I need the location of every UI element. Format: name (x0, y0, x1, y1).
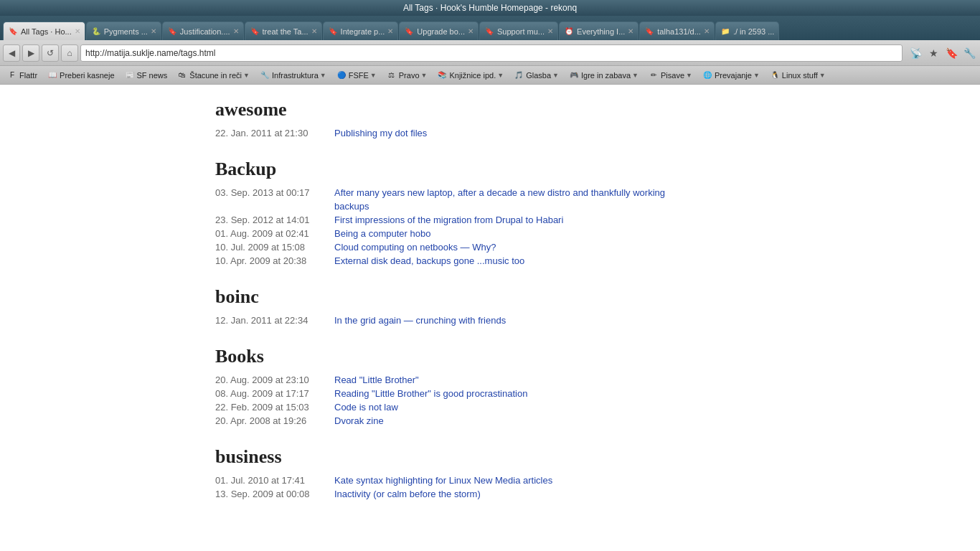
tab-close-tab2[interactable]: ✕ (151, 27, 156, 35)
tab-close-tab8[interactable]: ✕ (628, 27, 633, 35)
entry-link[interactable]: After many years new laptop, after a dec… (334, 187, 665, 198)
tab-label-tab10: ./ in 2593 ... (733, 27, 774, 36)
entry-link[interactable]: Inactivity (or calm before the storm) (334, 489, 481, 499)
tab-tab2[interactable]: 🐍Pygments ...✕ (86, 22, 161, 40)
tag-heading-2: boinc (215, 286, 951, 308)
bookmark-arrow-5: ▼ (370, 72, 377, 79)
tab-label-tab1: All Tags · Ho... (21, 27, 72, 36)
bookmark-favicon-3: 🛍 (177, 70, 187, 80)
bookmark-arrow-4: ▼ (320, 72, 326, 79)
entry-row: 01. Aug. 2009 at 02:41Being a computer h… (215, 228, 951, 239)
tab-tab3[interactable]: 🔖Justification....✕ (162, 22, 244, 40)
bookmark-12[interactable]: 🐧Linux stuff▼ (765, 69, 830, 82)
forward-button[interactable]: ▶ (22, 44, 39, 62)
tab-close-tab1[interactable]: ✕ (75, 27, 80, 35)
bookmark-label-1: Preberi kasneje (60, 71, 114, 80)
bookmark-6[interactable]: ⚖Pravo▼ (382, 69, 432, 82)
tab-favicon-tab2: 🐍 (91, 27, 101, 37)
entry-row: 10. Jul. 2009 at 15:08Cloud computing on… (215, 242, 951, 253)
tab-label-tab5: Integrate p... (341, 27, 385, 36)
tab-close-tab9[interactable]: ✕ (704, 27, 710, 35)
bookmark-0[interactable]: FFlattr (3, 69, 42, 82)
back-button[interactable]: ◀ (3, 44, 20, 62)
tab-favicon-tab7: 🔖 (484, 27, 494, 37)
bookmark-5[interactable]: 🔵FSFE▼ (332, 69, 381, 82)
entry-row: 20. Apr. 2008 at 19:26Dvorak zine (215, 415, 951, 426)
bookmark-favicon-10: ✏ (649, 70, 659, 80)
tab-close-tab5[interactable]: ✕ (387, 27, 393, 35)
bookmark-7[interactable]: 📚Knjižnice ipd.▼ (433, 69, 508, 82)
star-icon[interactable]: ★ (925, 45, 941, 61)
entry-link[interactable]: Cloud computing on netbooks — Why? (334, 242, 496, 253)
rss-icon[interactable]: 📡 (908, 45, 923, 61)
tab-tab1[interactable]: 🔖All Tags · Ho...✕ (3, 22, 85, 40)
tab-tab6[interactable]: 🔖Upgrade bo...✕ (399, 22, 479, 40)
entry-link[interactable]: Reading "Little Brother" is good procras… (334, 388, 527, 399)
bookmark-9[interactable]: 🎮Igre in zabava▼ (565, 69, 643, 82)
entry-link[interactable]: External disk dead, backups gone ...musi… (334, 255, 524, 266)
entry-link[interactable]: Kate syntax highlighting for Linux New M… (334, 475, 552, 486)
tab-tab8[interactable]: ⏰Everything I...✕ (559, 22, 639, 40)
bookmark-4[interactable]: 🔧Infrastruktura▼ (255, 69, 331, 82)
bookmark-favicon-2: 📰 (125, 70, 135, 80)
tab-close-tab6[interactable]: ✕ (468, 27, 473, 35)
bookmark-favicon-4: 🔧 (260, 70, 270, 80)
bookmark-label-6: Pravo (399, 71, 420, 80)
tab-favicon-tab10: 📁 (720, 27, 730, 37)
tab-favicon-tab1: 🔖 (8, 27, 18, 37)
entry-date: 10. Apr. 2009 at 20:38 (215, 255, 323, 266)
bookmark-11[interactable]: 🌐Prevajanje▼ (698, 69, 764, 82)
tab-tab5[interactable]: 🔖Integrate p...✕ (323, 22, 399, 40)
bookmark-favicon-5: 🔵 (336, 70, 347, 80)
tab-label-tab9: talha131/d... (657, 27, 701, 36)
tab-close-tab4[interactable]: ✕ (311, 27, 317, 35)
home-button[interactable]: ⌂ (61, 44, 78, 62)
entry-row: 22. Feb. 2009 at 15:03Code is not law (215, 402, 951, 413)
bookmark-3[interactable]: 🛍Štacune in reči▼ (173, 69, 254, 82)
tab-close-tab7[interactable]: ✕ (547, 27, 553, 35)
refresh-button[interactable]: ↺ (42, 44, 59, 62)
tag-heading-4: business (215, 446, 951, 468)
entry-continuation-link[interactable]: backups (334, 201, 369, 212)
tab-bar: 🔖All Tags · Ho...✕🐍Pygments ...✕🔖Justifi… (0, 16, 980, 40)
entry-date: 01. Aug. 2009 at 02:41 (215, 228, 323, 239)
nav-icons: 📡 ★ 🔖 🔧 (908, 45, 977, 61)
tab-favicon-tab3: 🔖 (167, 27, 177, 37)
tag-heading-3: Books (215, 346, 951, 367)
entry-date: 08. Aug. 2009 at 17:17 (215, 388, 323, 399)
tab-favicon-tab8: ⏰ (564, 27, 574, 37)
bookmark-label-3: Štacune in reči (189, 71, 242, 80)
bookmark-2[interactable]: 📰SF news (121, 69, 172, 82)
tab-tab10[interactable]: 📁./ in 2593 ... (715, 22, 779, 40)
nav-bar: ◀ ▶ ↺ ⌂ 📡 ★ 🔖 🔧 (0, 40, 980, 66)
bookmark-1[interactable]: 📖Preberi kasneje (43, 69, 118, 82)
bookmark-icon[interactable]: 🔖 (943, 45, 959, 61)
bookmark-arrow-3: ▼ (243, 72, 250, 79)
bookmark-favicon-7: 📚 (437, 70, 447, 80)
bookmark-10[interactable]: ✏Pisave▼ (644, 69, 697, 82)
entry-link[interactable]: Publishing my dot files (334, 128, 427, 138)
bookmark-label-11: Prevajanje (715, 71, 752, 80)
tab-tab9[interactable]: 🔖talha131/d...✕ (639, 22, 715, 40)
bookmark-favicon-8: 🎵 (514, 70, 524, 80)
bookmark-label-4: Infrastruktura (272, 71, 319, 80)
entry-link[interactable]: In the grid again — crunching with frien… (334, 315, 506, 326)
bookmark-8[interactable]: 🎵Glasba▼ (509, 69, 563, 82)
tab-tab4[interactable]: 🔖treat the Ta...✕ (245, 22, 322, 40)
tag-heading-1: Backup (215, 159, 951, 180)
entry-link[interactable]: Dvorak zine (334, 415, 384, 426)
bookmark-label-9: Igre in zabava (581, 71, 631, 80)
entry-link[interactable]: Code is not law (334, 402, 398, 413)
title-bar: All Tags · Hook's Humble Homepage - reko… (0, 0, 980, 16)
entry-link[interactable]: First impressions of the migration from … (334, 215, 563, 225)
tab-close-tab3[interactable]: ✕ (233, 27, 239, 35)
entry-row: 08. Aug. 2009 at 17:17Reading "Little Br… (215, 388, 951, 399)
bookmark-label-2: SF news (137, 71, 168, 80)
entry-row: 13. Sep. 2009 at 00:08Inactivity (or cal… (215, 489, 951, 499)
url-input[interactable] (80, 44, 903, 62)
entry-link[interactable]: Read "Little Brother" (334, 375, 419, 385)
entry-link[interactable]: Being a computer hobo (334, 228, 430, 239)
settings-icon[interactable]: 🔧 (961, 45, 977, 61)
tag-section-2: boinc12. Jan. 2011 at 22:34In the grid a… (215, 286, 951, 326)
tab-tab7[interactable]: 🔖Support mu...✕ (479, 22, 558, 40)
